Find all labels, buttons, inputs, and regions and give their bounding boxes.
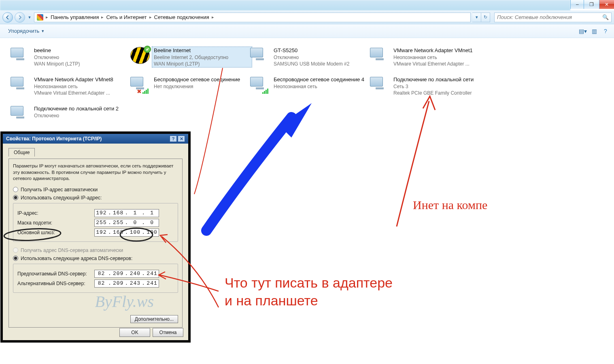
signal-bars-icon [262, 88, 270, 94]
search-input[interactable] [497, 14, 602, 20]
search-icon[interactable]: 🔍 [602, 14, 609, 20]
breadcrumb-mid[interactable]: Сеть и Интернет [106, 14, 147, 20]
connection-vmnet1[interactable]: VMware Network Adapter VMnet1 Неопознанн… [370, 47, 487, 67]
breadcrumb-sep: ▸ [46, 15, 48, 20]
connection-gts5250[interactable]: GT-S5250 Отключено SAMSUNG USB Mobile Mo… [250, 47, 368, 67]
connection-device: WAN Miniport (L2TP) [154, 61, 250, 67]
dialog-footer: OK Отмена [119, 328, 183, 337]
ip-field[interactable]: 192. 168. 1. 1 [94, 209, 159, 217]
search-box[interactable]: 🔍 [494, 13, 612, 22]
connection-status: Отключено [34, 54, 128, 61]
connection-wireless[interactable]: Беспроводное сетевое соединение Нет подк… [130, 76, 248, 94]
radio-auto-dns-input [13, 248, 18, 253]
connection-icon [250, 47, 270, 65]
tab-general[interactable]: Общие [8, 148, 35, 157]
connection-status: Beeline Internet 2, Общедоступно [154, 54, 250, 61]
connection-icon [250, 76, 270, 94]
gateway-label: Основной шлюз: [17, 230, 94, 235]
gateway-field[interactable]: 192. 168. 100. 100 [94, 229, 159, 237]
connection-status: Неопознанная сеть [34, 83, 128, 90]
connection-device: SAMSUNG USB Mobile Modem #2 [274, 61, 368, 67]
dialog-title: Свойства: Протокол Интернета (TCP/IP) [6, 136, 102, 142]
preview-pane-button[interactable]: ▥ [591, 28, 598, 35]
dns-group: Предпочитаемый DNS-сервер: 82. 209. 240.… [13, 264, 178, 293]
connection-title: VMware Network Adapter VMnet1 [393, 47, 487, 54]
connection-wireless-4[interactable]: Беспроводное сетевое соединение 4 Неопоз… [250, 76, 368, 94]
signal-bars-icon [142, 88, 150, 94]
dns1-field[interactable]: 82. 209. 240. 241 [94, 270, 159, 278]
radio-auto-ip[interactable]: Получить IP-адрес автоматически [13, 187, 178, 193]
close-button[interactable]: ✕ [599, 0, 614, 9]
connection-device: Realtek PCIe GBE Family Controller [393, 90, 487, 96]
breadcrumb-root[interactable]: Панель управления [51, 14, 99, 20]
minimize-button[interactable]: – [571, 0, 584, 9]
address-dropdown[interactable]: ▾ [472, 13, 481, 22]
connection-device: WAN Miniport (L2TP) [34, 61, 128, 67]
advanced-button[interactable]: Дополнительно... [130, 315, 178, 323]
dialog-frame: Параметры IP могут назначаться автоматич… [8, 159, 183, 328]
connection-status: Неопознанная сеть [274, 83, 368, 90]
cancel-button[interactable]: Отмена [153, 328, 183, 337]
nav-bar: ▼ ▸ Панель управления ▸ Сеть и Интернет … [0, 11, 614, 24]
connection-title: Подключение по локальной сети 2 [34, 105, 128, 112]
connection-icon [11, 76, 30, 94]
connection-lan[interactable]: Подключение по локальной сети Сеть 3 Rea… [370, 76, 487, 96]
connection-vmnet8[interactable]: VMware Network Adapter VMnet8 Неопознанн… [11, 76, 128, 96]
back-button[interactable] [2, 12, 13, 23]
radio-manual-ip-input[interactable] [13, 195, 18, 200]
dialog-titlebar: Свойства: Протокол Интернета (TCP/IP) ? … [3, 134, 188, 144]
connection-icon [11, 105, 30, 123]
control-panel-icon [37, 14, 43, 21]
beeline-icon: ✔ [130, 47, 150, 64]
mask-field[interactable]: 255. 255. 0. 0 [94, 219, 159, 227]
address-bar[interactable]: ▸ Панель управления ▸ Сеть и Интернет ▸ … [34, 13, 471, 22]
connection-title: Беспроводное сетевое соединение 4 [274, 76, 368, 83]
ip-group: IP-адрес: 192. 168. 1. 1 Маска подсети: … [13, 203, 178, 242]
radio-manual-dns[interactable]: Использовать следующие адреса DNS-сервер… [13, 256, 178, 261]
nav-history-dropdown[interactable]: ▼ [27, 15, 32, 19]
connection-lan-2[interactable]: Подключение по локальной сети 2 Отключен… [11, 105, 128, 123]
connection-status: Отключено [34, 112, 128, 119]
organize-button[interactable]: Упорядочить ▼ [5, 27, 48, 35]
connection-device: VMware Virtual Ethernet Adapter ... [34, 90, 128, 96]
connection-title: beeline [34, 47, 128, 54]
mask-label: Маска подсети: [17, 220, 94, 226]
connection-beeline-internet[interactable]: ✔ Beeline Internet Beeline Internet 2, О… [130, 47, 252, 67]
dialog-close-button[interactable]: ✕ [178, 135, 185, 142]
refresh-button[interactable]: ↻ [481, 13, 490, 22]
organize-label: Упорядочить [8, 28, 39, 34]
dns2-label: Альтернативный DNS-сервер: [17, 281, 94, 286]
dialog-help-button[interactable]: ? [170, 135, 177, 142]
radio-manual-ip-label: Использовать следующий IP-адрес: [21, 195, 102, 201]
radio-auto-ip-input[interactable] [13, 187, 18, 192]
connection-beeline[interactable]: beeline Отключено WAN Miniport (L2TP) [11, 47, 128, 67]
window-controls: – ❐ ✕ [570, 0, 614, 9]
dns2-field[interactable]: 82. 209. 243. 241 [94, 279, 159, 288]
connection-status: Нет подключения [154, 83, 248, 90]
radio-manual-ip[interactable]: Использовать следующий IP-адрес: [13, 195, 178, 201]
view-options-button[interactable]: ▤▾ [579, 28, 586, 35]
connection-status: Отключено [274, 54, 368, 61]
forward-button[interactable] [15, 12, 25, 23]
connection-title: Beeline Internet [154, 47, 250, 54]
address-buttons: ▾ ↻ [472, 13, 490, 22]
ip-label: IP-адрес: [17, 210, 94, 216]
radio-auto-dns-label: Получить адрес DNS-сервера автоматически [21, 248, 123, 253]
chevron-down-icon: ▼ [41, 29, 45, 33]
breadcrumb-sep: ▸ [212, 15, 214, 20]
radio-auto-dns: Получить адрес DNS-сервера автоматически [13, 248, 178, 253]
watermark: ByFly.ws [95, 292, 154, 311]
maximize-button[interactable]: ❐ [584, 0, 599, 9]
ok-button[interactable]: OK [119, 328, 150, 337]
shield-icon: ✔ [144, 46, 151, 53]
titlebar-blur [0, 0, 570, 11]
dns1-label: Предпочитаемый DNS-сервер: [17, 271, 94, 277]
help-button[interactable]: ? [602, 28, 609, 35]
connection-status: Сеть 3 [393, 83, 487, 90]
breadcrumb-leaf[interactable]: Сетевые подключения [154, 14, 209, 20]
annotation-question-2: и на планшете [225, 293, 318, 309]
annotation-inet: Инет на компе [413, 198, 487, 212]
connection-status: Неопознанная сеть [393, 54, 487, 61]
radio-manual-dns-label: Использовать следующие адреса DNS-сервер… [21, 256, 132, 261]
radio-manual-dns-input[interactable] [13, 256, 18, 261]
